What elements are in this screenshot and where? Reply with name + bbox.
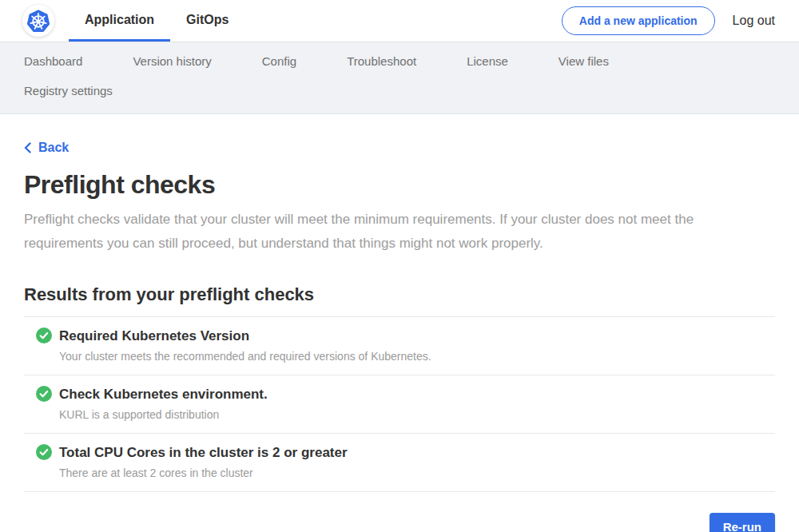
- subnav-item[interactable]: Registry settings: [24, 84, 113, 97]
- subnav-item[interactable]: Dashboard: [24, 54, 82, 68]
- back-label: Back: [38, 141, 69, 155]
- preflight-check-item: Total CPU Cores in the cluster is 2 or g…: [24, 433, 775, 491]
- header-tabs: Application GitOps: [69, 0, 244, 42]
- preflight-check-item: Required Kubernetes Version Your cluster…: [24, 316, 775, 375]
- top-header: Application GitOps Add a new application…: [0, 0, 799, 42]
- tab-gitops[interactable]: GitOps: [170, 0, 244, 42]
- page-title: Preflight checks: [24, 170, 775, 200]
- preflight-check-list: Required Kubernetes Version Your cluster…: [24, 316, 775, 492]
- header-actions: Add a new application Log out: [562, 6, 775, 35]
- preflight-check-item: Check Kubernetes environment. KURL is a …: [24, 375, 775, 433]
- tab-application[interactable]: Application: [69, 0, 170, 42]
- check-detail: Your cluster meets the recommended and r…: [59, 350, 775, 363]
- add-new-application-button[interactable]: Add a new application: [562, 6, 715, 35]
- back-link[interactable]: Back: [24, 141, 69, 155]
- page-description: Preflight checks validate that your clus…: [24, 208, 775, 256]
- check-title: Required Kubernetes Version: [59, 328, 249, 344]
- results-heading: Results from your preflight checks: [24, 284, 775, 305]
- check-circle-icon: [36, 444, 52, 460]
- subnav-item[interactable]: Troubleshoot: [347, 54, 416, 68]
- main-content: Back Preflight checks Preflight checks v…: [0, 114, 799, 532]
- check-circle-icon: [36, 328, 52, 343]
- chevron-left-icon: [24, 142, 31, 153]
- check-title: Total CPU Cores in the cluster is 2 or g…: [59, 444, 348, 461]
- check-detail: There are at least 2 cores in the cluste…: [59, 466, 775, 479]
- subnav-item[interactable]: License: [467, 54, 508, 68]
- footer-actions: Re-run: [24, 513, 775, 532]
- subnav-items: Dashboard Version history Config Trouble…: [24, 54, 727, 97]
- subnav-item[interactable]: Config: [262, 54, 296, 68]
- check-circle-icon: [36, 386, 52, 402]
- subnav-item[interactable]: View files: [559, 54, 609, 68]
- kubernetes-logo-icon: [22, 5, 54, 37]
- kubernetes-logo: [22, 5, 54, 37]
- check-detail: KURL is a supported distribution: [59, 408, 775, 421]
- subnav-item[interactable]: Version history: [133, 54, 211, 68]
- rerun-button[interactable]: Re-run: [710, 513, 775, 532]
- logout-link[interactable]: Log out: [733, 14, 775, 28]
- check-title: Check Kubernetes environment.: [59, 386, 268, 403]
- app-subnav: Dashboard Version history Config Trouble…: [0, 42, 799, 114]
